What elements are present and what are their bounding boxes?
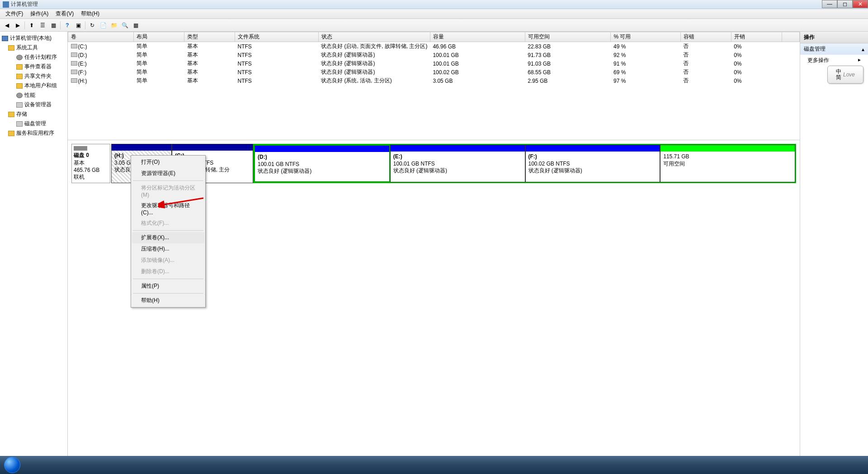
ctx-add-mirror: 添加镜像(A)...: [132, 255, 204, 266]
cell-fs: NTFS: [235, 42, 319, 51]
menu-view[interactable]: 查看(V): [52, 9, 77, 19]
refresh-button[interactable]: ↻: [87, 20, 97, 30]
tree-event-viewer[interactable]: 事件查看器: [0, 62, 67, 71]
disk-info[interactable]: 磁盘 0 基本 465.76 GB 联机: [71, 144, 110, 183]
menu-bar: 文件(F) 操作(A) 查看(V) 帮助(H): [0, 9, 868, 19]
col-layout[interactable]: 布局: [134, 32, 184, 42]
tree-label: 系统工具: [16, 44, 38, 52]
perf-icon: [16, 93, 23, 98]
tree-storage[interactable]: 存储: [0, 109, 67, 119]
col-free[interactable]: 可用空间: [525, 32, 611, 42]
drive-icon: [71, 78, 77, 83]
col-volume[interactable]: 卷: [68, 32, 134, 42]
more-actions-label: 更多操作: [807, 57, 829, 64]
partition-bar: [526, 145, 660, 152]
menu-file[interactable]: 文件(F): [2, 9, 27, 19]
ime-toolbar[interactable]: 中 简 Love: [827, 66, 863, 84]
toolbar: ◀ ▶ ⬆ ☰ ▦ ? ▣ ↻ 📄 📁 🔍 ▦: [0, 19, 868, 32]
table-row[interactable]: (E:) 简单 基本 NTFS 状态良好 (逻辑驱动器) 100.01 GB 9…: [68, 59, 800, 68]
tree-task-scheduler[interactable]: 任务计划程序: [0, 52, 67, 62]
cell-fault: 否: [680, 51, 731, 59]
show-hide-button[interactable]: ☰: [38, 20, 47, 30]
forward-button[interactable]: ▶: [13, 20, 23, 30]
partition-e[interactable]: (E:) 100.01 GB NTFS 状态良好 (逻辑驱动器): [390, 145, 525, 182]
table-row[interactable]: (D:) 简单 基本 NTFS 状态良好 (逻辑驱动器) 100.01 GB 9…: [68, 51, 800, 59]
taskbar-pin[interactable]: [123, 457, 146, 473]
col-capacity[interactable]: 容量: [430, 32, 525, 42]
cell-cap: 100.01 GB: [430, 59, 525, 68]
toolbar-separator: [60, 21, 61, 29]
more-actions[interactable]: 更多操作▸: [800, 55, 868, 66]
toolbar-button[interactable]: 📁: [109, 20, 119, 30]
tree-system-tools[interactable]: 系统工具: [0, 43, 67, 52]
ctx-extend-volume[interactable]: 扩展卷(X)...: [132, 232, 204, 243]
tree-device-manager[interactable]: 设备管理器: [0, 100, 67, 109]
taskbar-pin[interactable]: [25, 457, 48, 473]
cell-cap: 100.01 GB: [430, 51, 525, 59]
taskbar[interactable]: [0, 456, 868, 474]
partition-d[interactable]: (D:) 100.01 GB NTFS 状态良好 (逻辑驱动器): [254, 145, 390, 182]
ctx-explorer[interactable]: 资源管理器(E): [132, 168, 204, 179]
toolbar-button[interactable]: ▦: [131, 20, 141, 30]
volume-table[interactable]: 卷 布局 类型 文件系统 状态 容量 可用空间 % 可用 容错 开销 (C:) …: [68, 32, 800, 140]
actions-section[interactable]: 磁盘管理▴: [800, 43, 868, 55]
tree-performance[interactable]: 性能: [0, 90, 67, 100]
tree-disk-management[interactable]: 磁盘管理: [0, 119, 67, 128]
minimize-button[interactable]: —: [822, 0, 837, 8]
partition-f[interactable]: (F:) 100.02 GB NTFS 状态良好 (逻辑驱动器): [525, 145, 660, 182]
cell-status: 状态良好 (启动, 页面文件, 故障转储, 主分区): [318, 42, 430, 51]
cell-drive: (E:): [78, 61, 87, 67]
help-button[interactable]: ?: [62, 20, 72, 30]
cell-over: 0%: [731, 42, 782, 51]
disk-status: 联机: [74, 173, 108, 181]
ctx-open[interactable]: 打开(O): [132, 156, 204, 168]
table-row[interactable]: (H:) 简单 基本 NTFS 状态良好 (系统, 活动, 主分区) 3.05 …: [68, 76, 800, 85]
ctx-separator: [133, 279, 203, 279]
menu-help[interactable]: 帮助(H): [77, 9, 103, 19]
partition-size: 100.01 GB NTFS: [393, 161, 435, 167]
cell-drive: (H:): [78, 78, 87, 84]
ctx-shrink-volume[interactable]: 压缩卷(H)...: [132, 243, 204, 255]
col-fs[interactable]: 文件系统: [235, 32, 319, 42]
tree-root[interactable]: 计算机管理(本地): [0, 33, 67, 43]
toolbar-button[interactable]: 📄: [98, 20, 108, 30]
cell-fault: 否: [680, 59, 731, 68]
ctx-change-letter[interactable]: 更改驱动器号和路径(C)...: [132, 200, 204, 218]
disk-size: 465.76 GB: [74, 167, 108, 173]
taskbar-pin[interactable]: [50, 457, 72, 473]
maximize-button[interactable]: ◻: [837, 0, 853, 8]
toolbar-button[interactable]: 🔍: [120, 20, 130, 30]
col-fault[interactable]: 容错: [680, 32, 731, 42]
tree-local-users[interactable]: 本地用户和组: [0, 81, 67, 90]
up-button[interactable]: ⬆: [27, 20, 37, 30]
cell-type: 基本: [184, 76, 235, 85]
tree-shared-folders[interactable]: 共享文件夹: [0, 71, 67, 81]
back-button[interactable]: ◀: [2, 20, 12, 30]
table-row[interactable]: (C:) 简单 基本 NTFS 状态良好 (启动, 页面文件, 故障转储, 主分…: [68, 42, 800, 51]
close-button[interactable]: ✕: [853, 0, 868, 8]
tree-services[interactable]: 服务和应用程序: [0, 128, 67, 138]
ctx-help[interactable]: 帮助(H): [132, 295, 204, 306]
partition-status: 状态良好 (逻辑驱动器): [258, 168, 311, 174]
app-icon: [3, 1, 9, 8]
col-pct[interactable]: % 可用: [611, 32, 680, 42]
actions-header: 操作: [800, 32, 868, 43]
taskbar-pin[interactable]: [99, 457, 121, 473]
ctx-properties[interactable]: 属性(P): [132, 280, 204, 292]
taskbar-pin[interactable]: [74, 457, 97, 473]
toolbar-button[interactable]: ▣: [73, 20, 83, 30]
cell-cap: 3.05 GB: [430, 76, 525, 85]
nav-tree[interactable]: 计算机管理(本地) 系统工具 任务计划程序 事件查看器 共享文件夹 本地用户和组…: [0, 32, 68, 466]
col-status[interactable]: 状态: [318, 32, 430, 42]
partitions-container: (H:) 3.05 GB NTFS 状态良好 (C:) 46.96 GB NTF…: [111, 144, 796, 183]
menu-action[interactable]: 操作(A): [27, 9, 52, 19]
table-row[interactable]: (F:) 简单 基本 NTFS 状态良好 (逻辑驱动器) 100.02 GB 6…: [68, 68, 800, 76]
col-type[interactable]: 类型: [184, 32, 235, 42]
start-button[interactable]: [0, 456, 24, 474]
properties-button[interactable]: ▦: [48, 20, 58, 30]
disk-name: 磁盘 0: [74, 152, 108, 159]
drive-icon: [71, 44, 77, 48]
cell-layout: 简单: [134, 42, 184, 51]
partition-free[interactable]: 115.71 GB 可用空间: [660, 145, 795, 182]
col-overhead[interactable]: 开销: [731, 32, 782, 42]
